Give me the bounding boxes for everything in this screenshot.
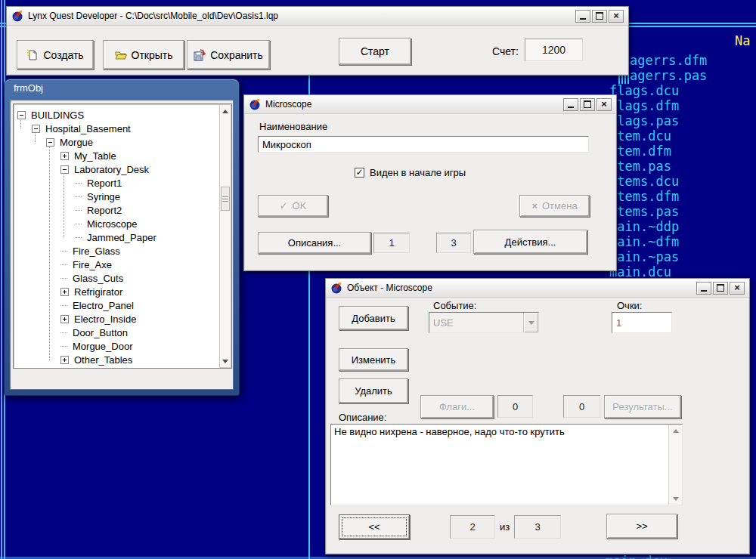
- tree-item-Fire_Axe[interactable]: Fire_Axe: [14, 258, 218, 271]
- flags-button[interactable]: Флаги...: [420, 395, 494, 418]
- collapse-icon[interactable]: [46, 138, 54, 147]
- file-row[interactable]: flags.dfm: [609, 98, 679, 113]
- tree-item-Door_Button[interactable]: Door_Button: [14, 326, 218, 339]
- collapse-icon[interactable]: [60, 165, 69, 174]
- tree-window: frmObj BUILDINGSHospital_BasementMorgueM…: [4, 79, 240, 396]
- tree-scrollbar[interactable]: [219, 104, 231, 368]
- file-row[interactable]: main.~pas: [609, 249, 679, 264]
- close-icon[interactable]: ×: [596, 98, 612, 111]
- file-row[interactable]: flags.pas: [609, 113, 679, 128]
- cancel-button[interactable]: × Отмена: [519, 195, 590, 217]
- file-row[interactable]: agerrs.dfm: [630, 53, 707, 68]
- close-icon[interactable]: ×: [730, 282, 745, 295]
- results-count-field: 0: [563, 395, 600, 418]
- expand-icon[interactable]: [60, 315, 69, 323]
- tree-item-BUILDINGS[interactable]: BUILDINGS: [14, 108, 218, 122]
- new-button[interactable]: Создать: [17, 40, 94, 69]
- name-input[interactable]: [258, 136, 589, 153]
- minimize-icon[interactable]: [696, 282, 711, 295]
- add-button[interactable]: Добавить: [339, 306, 408, 330]
- start-button[interactable]: Старт: [339, 38, 411, 65]
- chevron-down-icon[interactable]: [523, 313, 538, 332]
- scroll-up-icon[interactable]: [670, 425, 681, 436]
- object-titlebar[interactable]: Объект - Microscope ×: [326, 279, 749, 298]
- score-field[interactable]: 1200: [525, 39, 583, 61]
- file-row[interactable]: items.pas: [609, 204, 679, 219]
- tree-item-label: Report1: [87, 178, 122, 189]
- file-row[interactable]: agerrs.pas: [630, 68, 707, 83]
- file-row[interactable]: main.dcu: [609, 264, 679, 280]
- maximize-icon[interactable]: [580, 98, 595, 111]
- tree-item-Jammed_Paper[interactable]: Jammed_Paper: [14, 230, 218, 244]
- visible-checkbox[interactable]: ✓ Виден в начале игры: [355, 167, 466, 178]
- tree-item-Report2[interactable]: Report2: [14, 203, 218, 217]
- save-button[interactable]: Сохранить: [187, 40, 270, 69]
- name-label: Наименование: [259, 121, 327, 132]
- delete-button-label: Удалить: [355, 385, 392, 397]
- scroll-down-icon[interactable]: [670, 493, 681, 504]
- file-row[interactable]: main.~dfm: [609, 234, 679, 249]
- main-titlebar[interactable]: Lynx Quest Developer - C:\Doc\src\Mobile…: [7, 7, 628, 26]
- tree-item-Electro_Panel[interactable]: Electro_Panel: [14, 298, 218, 312]
- tree-item-Fire_Glass[interactable]: Fire_Glass: [14, 244, 218, 258]
- tree-item-Morgue_Door[interactable]: Morgue_Door: [14, 339, 218, 353]
- scrollbar-thumb[interactable]: [221, 187, 230, 211]
- tree-item-My_Table[interactable]: My_Table: [14, 149, 218, 162]
- tree-item-label: Fire_Glass: [73, 246, 120, 257]
- file-panel-name-header: Na: [735, 33, 750, 48]
- file-row[interactable]: flags.dcu: [609, 83, 679, 98]
- next-button[interactable]: >>: [606, 514, 677, 539]
- page-of-label: из: [500, 521, 510, 533]
- tree-item-Report1[interactable]: Report1: [14, 176, 218, 190]
- open-button[interactable]: Открыть: [103, 40, 184, 69]
- description-scrollbar[interactable]: [668, 425, 682, 505]
- file-row[interactable]: items.dcu: [609, 174, 679, 189]
- tree-item-Hospital_Basement[interactable]: Hospital_Basement: [14, 122, 218, 135]
- edit-button[interactable]: Изменить: [339, 348, 408, 371]
- descriptions-button[interactable]: Описания...: [258, 232, 371, 254]
- tree-item-Microscope[interactable]: Microscope: [14, 217, 218, 230]
- open-folder-icon: [115, 49, 127, 61]
- points-input[interactable]: [612, 312, 672, 333]
- scroll-up-icon[interactable]: [221, 106, 230, 116]
- tree-item-Other_Tables[interactable]: Other_Tables: [14, 353, 218, 366]
- expand-icon[interactable]: [60, 288, 69, 296]
- actions-button[interactable]: Действия...: [473, 230, 587, 254]
- description-textarea[interactable]: Не видно нихрена - наверное, надо что-то…: [330, 424, 683, 505]
- event-combobox[interactable]: USE: [429, 312, 539, 333]
- expand-icon[interactable]: [60, 356, 69, 364]
- new-document-icon: [26, 49, 39, 61]
- expand-icon[interactable]: [60, 152, 69, 160]
- tree-item-label: Glass_Cuts: [73, 273, 123, 284]
- file-row[interactable]: item.pas: [609, 159, 679, 174]
- minimize-icon[interactable]: [563, 98, 578, 111]
- tree-item-Glass_Cuts[interactable]: Glass_Cuts: [14, 271, 218, 285]
- tree-item-Laboratory_Desk[interactable]: Laboratory_Desk: [14, 162, 218, 176]
- collapse-icon[interactable]: [32, 125, 40, 133]
- file-row[interactable]: items.dfm: [609, 189, 679, 204]
- file-row[interactable]: item.dfm: [609, 144, 679, 159]
- checkbox-check-icon[interactable]: ✓: [355, 168, 364, 178]
- collapse-icon[interactable]: [17, 111, 26, 119]
- ok-button[interactable]: ✓ OK: [258, 195, 328, 217]
- tree-item-Morgue[interactable]: Morgue: [14, 135, 218, 149]
- microscope-titlebar[interactable]: Microscope ×: [244, 95, 616, 114]
- scroll-down-icon[interactable]: [221, 356, 230, 366]
- delete-button[interactable]: Удалить: [339, 378, 408, 403]
- tree-item-Electro_Inside[interactable]: Electro_Inside: [14, 312, 218, 326]
- event-label: Событие:: [433, 300, 476, 311]
- object-tree-rows: BUILDINGSHospital_BasementMorgueMy_Table…: [14, 108, 218, 366]
- prev-button[interactable]: <<: [339, 514, 410, 539]
- maximize-icon[interactable]: [592, 10, 607, 23]
- tree-item-label: Morgue: [60, 137, 93, 148]
- file-row[interactable]: item.dcu: [609, 128, 679, 144]
- tree-item-Syringe[interactable]: Syringe: [14, 190, 218, 203]
- tree-item-Refrigirator[interactable]: Refrigirator: [14, 285, 218, 298]
- tree-window-titlebar[interactable]: frmObj: [5, 79, 239, 97]
- close-icon[interactable]: ×: [609, 10, 624, 23]
- file-row[interactable]: main.~ddp: [609, 219, 679, 234]
- tree-connector: [60, 346, 67, 347]
- results-button[interactable]: Результаты...: [604, 395, 681, 418]
- maximize-icon[interactable]: [713, 282, 728, 295]
- minimize-icon[interactable]: [575, 10, 590, 23]
